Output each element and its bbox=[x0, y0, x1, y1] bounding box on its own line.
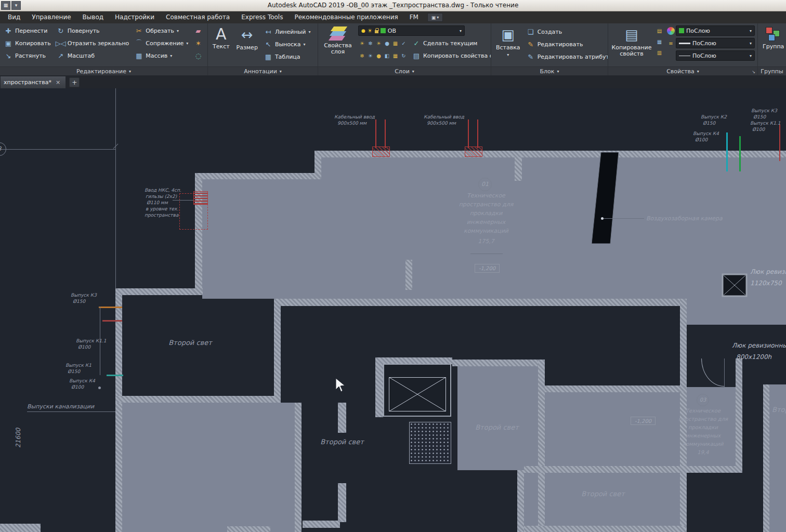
edit-attributes-button[interactable]: ✎Редактировать атрибуты▾ bbox=[526, 51, 608, 62]
leader-button[interactable]: ↖Выноска▾ bbox=[263, 39, 312, 49]
second-light-label: Второй свет bbox=[577, 490, 629, 498]
sewer-label: Выпуски канализации bbox=[27, 403, 94, 410]
edit-block-button[interactable]: ✎Редактировать bbox=[526, 39, 608, 49]
color-combo[interactable]: ПоСлою ▾ bbox=[676, 25, 755, 36]
cable-entry-line bbox=[385, 119, 386, 148]
layer-tool-icon[interactable]: ☀ bbox=[366, 52, 374, 60]
make-current-button[interactable]: ✓Сделать текущим bbox=[411, 38, 478, 48]
layer-tool-icon[interactable]: ▦ bbox=[391, 52, 399, 60]
group-label: Группа bbox=[763, 44, 784, 50]
layer-tool-icon[interactable]: ● bbox=[383, 39, 391, 47]
scale-button[interactable]: ↗Масштаб bbox=[56, 50, 130, 61]
menubar: Вид Управление Вывод Надстройки Совместн… bbox=[0, 11, 786, 23]
menu-vid[interactable]: Вид bbox=[2, 11, 26, 23]
move-button[interactable]: ✚Перенести bbox=[3, 25, 52, 36]
properties-tool-icon[interactable]: ▦ bbox=[656, 38, 663, 46]
dimension-button[interactable]: ↔ Размер bbox=[235, 25, 259, 51]
explode-button[interactable]: ✶ bbox=[193, 38, 203, 48]
menu-collaborate[interactable]: Совместная работа bbox=[160, 11, 235, 23]
text-button[interactable]: А Текст bbox=[211, 25, 231, 50]
layer-tool-icon[interactable]: ✓ bbox=[400, 39, 408, 47]
menu-nadstroyki[interactable]: Надстройки bbox=[109, 11, 160, 23]
table-button[interactable]: ▦Таблица bbox=[263, 51, 312, 62]
wall-segment bbox=[195, 173, 321, 179]
linetype-combo[interactable]: ПоСлою ▾ bbox=[676, 50, 755, 61]
hatch-square-symbol bbox=[722, 273, 748, 297]
nks-label: в уровне тех. bbox=[146, 206, 178, 211]
properties-tool-icon[interactable]: ▥ bbox=[656, 49, 663, 57]
mirror-button[interactable]: ▷◁Отразить зеркально bbox=[56, 38, 130, 48]
create-block-button[interactable]: ❏Создать bbox=[526, 26, 608, 37]
drawing-canvas[interactable]: 3 Воздухозаборная bbox=[0, 88, 786, 532]
array-button[interactable]: ▦Массив▾ bbox=[134, 50, 189, 61]
layer-combo[interactable]: ● ☀ ОВ ▾ bbox=[358, 25, 465, 36]
layer-tool-icon[interactable]: ● bbox=[375, 52, 383, 60]
layer-tool-icon[interactable]: ☀ bbox=[358, 39, 366, 47]
layer-tool-icon[interactable]: ❄ bbox=[358, 52, 366, 60]
insert-block-icon: ▣ bbox=[499, 26, 517, 44]
layer-tool-icon[interactable]: ◧ bbox=[383, 52, 391, 60]
erase-button[interactable]: ▰ bbox=[193, 25, 203, 36]
rotate-button[interactable]: ↻Повернуть bbox=[56, 25, 130, 36]
layer-tool-icon[interactable]: ↻ bbox=[400, 52, 408, 60]
chevron-down-icon: ▾ bbox=[460, 29, 462, 33]
modify-misc-button[interactable]: ◌ bbox=[193, 50, 203, 61]
layer-tool-icon[interactable]: ☀ bbox=[375, 39, 383, 47]
layer-color-chip bbox=[381, 28, 386, 33]
linear-label: Линейный bbox=[275, 29, 306, 35]
stretch-label: Растянуть bbox=[15, 52, 46, 59]
close-icon[interactable]: × bbox=[56, 79, 60, 86]
menu-featured-apps[interactable]: Рекомендованные приложения bbox=[289, 11, 403, 23]
leader-line bbox=[27, 411, 115, 412]
drawing-tab[interactable]: хпространства* × bbox=[0, 76, 66, 88]
panel-label-groups[interactable]: Группы bbox=[758, 66, 786, 75]
leader-label: Выноска bbox=[275, 41, 301, 48]
menu-media-button[interactable]: ▣ ▾ bbox=[427, 13, 443, 22]
match-properties-button[interactable]: ▤ Копирование свойств bbox=[611, 25, 652, 58]
nks-label: гильзы (2х2) bbox=[146, 194, 177, 199]
hatch-bottom-label: Люк ревизионный bbox=[732, 342, 786, 349]
room-fill bbox=[122, 403, 295, 532]
wall-segment bbox=[115, 396, 281, 403]
match-layer-button[interactable]: ▤Копировать свойства слоя bbox=[411, 50, 491, 61]
layer-tool-icon[interactable]: ❄ bbox=[366, 39, 374, 47]
wall-segment bbox=[338, 403, 346, 433]
fillet-button[interactable]: ⌒Сопряжение▾ bbox=[134, 38, 189, 48]
layer-properties-button[interactable]: Свойства слоя bbox=[321, 25, 355, 56]
stretch-button[interactable]: ↘Растянуть bbox=[3, 50, 52, 61]
room03-line: инженерных bbox=[665, 432, 741, 440]
linear-dim-button[interactable]: ↤Линейный▾ bbox=[263, 26, 312, 37]
menu-fm[interactable]: FM bbox=[404, 11, 424, 23]
app-grid-icon[interactable]: ▦ bbox=[1, 1, 10, 10]
outlet-pipe-teal bbox=[107, 375, 123, 376]
chevron-down-icon: ▾ bbox=[170, 54, 172, 58]
air-chamber-label: Воздухозаборная камера bbox=[646, 215, 723, 222]
group-button[interactable]: Группа bbox=[761, 25, 785, 50]
panel-label-block[interactable]: Блок ▾ bbox=[491, 66, 608, 75]
room-fill bbox=[457, 366, 538, 470]
outlet-label: Ø150 bbox=[68, 369, 80, 374]
new-tab-button[interactable]: + bbox=[69, 77, 80, 87]
trim-button[interactable]: ✂Обрезать▾ bbox=[134, 25, 189, 36]
menu-upravlenie[interactable]: Управление bbox=[26, 11, 76, 23]
copy-button[interactable]: ▣Копировать bbox=[3, 38, 52, 48]
quick-access-dropdown[interactable]: ▾ bbox=[11, 1, 21, 10]
panel-label-modify[interactable]: Редактирование ▾ bbox=[0, 66, 207, 75]
panel-label-layers[interactable]: Слои ▾ bbox=[318, 66, 491, 75]
insert-block-button[interactable]: ▣ Вставка ▾ bbox=[494, 25, 522, 59]
panel-label-properties[interactable]: Свойства ▾ ↘ bbox=[608, 66, 757, 75]
layers-icon bbox=[329, 26, 347, 42]
panel-label-annotation[interactable]: Аннотации ▾ bbox=[208, 66, 318, 75]
panel-launcher-icon[interactable]: ↘ bbox=[752, 70, 755, 74]
lineweight-combo[interactable]: ПоСлою ▾ bbox=[676, 38, 755, 48]
properties-tool-icon[interactable]: ▤ bbox=[656, 27, 663, 35]
menu-express-tools[interactable]: Express Tools bbox=[235, 11, 289, 23]
leader-dot bbox=[98, 387, 101, 389]
menu-vyvod[interactable]: Вывод bbox=[77, 11, 109, 23]
cable-entry-size: 900х500 мм bbox=[337, 121, 366, 126]
layer-tool-icon[interactable]: ▦ bbox=[391, 39, 399, 47]
chevron-down-icon: ▾ bbox=[750, 54, 752, 58]
chevron-down-icon: ▾ bbox=[412, 69, 414, 74]
panel-groups: Группа Группы bbox=[758, 23, 786, 75]
wall-segment bbox=[375, 357, 383, 417]
